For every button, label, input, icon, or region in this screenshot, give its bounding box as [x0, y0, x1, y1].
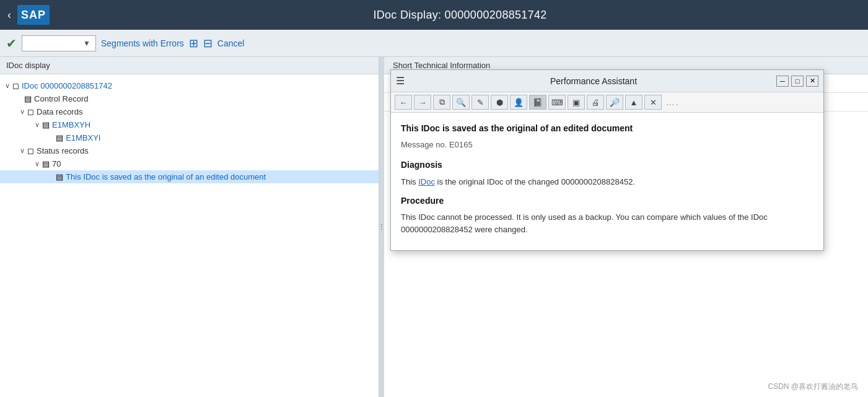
tree-item-status-message[interactable]: ▤ This IDoc is saved as the original of … — [0, 170, 379, 183]
menu-icon[interactable]: ☰ — [396, 75, 405, 87]
tree-view: ∨ ◻ IDoc 0000000208851742 ▤ Control Reco… — [0, 74, 379, 188]
diagnosis-title: Diagnosis — [401, 158, 813, 172]
diagnosis-text: This IDoc is the original IDoc of the ch… — [401, 176, 813, 188]
right-panel: Short Technical Information Direction 2 … — [384, 57, 868, 397]
doc-button[interactable]: 📓 — [529, 95, 546, 110]
document-icon: ▤ — [24, 94, 32, 103]
maximize-button[interactable]: □ — [791, 76, 804, 87]
keyboard-button[interactable]: ⌨ — [548, 95, 566, 110]
panel-splitter[interactable]: ︙ — [379, 57, 384, 397]
document-icon: ▤ — [42, 120, 50, 129]
dialog-overlay: ☰ Performance Assistant ─ □ ✕ ← → ⧉ 🔍 ✎ … — [384, 57, 868, 397]
forward-nav-button[interactable]: → — [414, 95, 431, 110]
dialog-message-no: Message no. E0165 — [401, 139, 813, 152]
grid2-button[interactable]: ▣ — [568, 95, 585, 110]
folder-icon: ◻ — [27, 146, 34, 155]
tree-toggle[interactable]: ∨ — [5, 82, 10, 90]
main-toolbar: ✔ ▼ Segments with Errors ⊞ ⊟ Cancel — [0, 30, 868, 57]
dialog-titlebar: ☰ Performance Assistant ─ □ ✕ — [391, 70, 823, 92]
edit-button[interactable]: ✎ — [471, 95, 489, 110]
procedure-text: This IDoc cannot be processed. It is onl… — [401, 211, 813, 235]
cancel-button[interactable]: Cancel — [217, 38, 245, 48]
tree-item-label[interactable]: E1MBXYH — [52, 120, 90, 129]
sap-logo: SAP — [17, 5, 50, 25]
print-button[interactable]: 🖨 — [587, 95, 604, 110]
tree-item-e1mbxyh[interactable]: ∨ ▤ E1MBXYH — [0, 118, 379, 131]
tree-item-status-records[interactable]: ∨ ◻ Status records — [0, 144, 379, 157]
tree-toggle — [20, 95, 22, 103]
sap-logo-text: SAP — [21, 9, 46, 22]
tree-toggle — [50, 134, 53, 142]
performance-assistant-dialog: ☰ Performance Assistant ─ □ ✕ ← → ⧉ 🔍 ✎ … — [390, 69, 824, 251]
left-panel-header: IDoc display — [0, 57, 379, 74]
tree-item-label[interactable]: IDoc 0000000208851742 — [22, 81, 112, 90]
page-title: IDoc Display: 0000000208851742 — [59, 9, 861, 22]
minimize-button[interactable]: ─ — [776, 76, 789, 87]
chevron-down-icon: ▼ — [83, 39, 90, 48]
folder-icon: ◻ — [27, 107, 34, 116]
tree-toggle — [50, 173, 53, 181]
app-header: ‹ SAP IDoc Display: 0000000208851742 — [0, 0, 868, 30]
main-content: IDoc display ∨ ◻ IDoc 0000000208851742 ▤… — [0, 57, 868, 397]
tree-item-e1mbxyi[interactable]: ▤ E1MBXYI — [0, 131, 379, 144]
tree-item-data-records[interactable]: ∨ ◻ Data records — [0, 105, 379, 118]
tree-item-idoc-root[interactable]: ∨ ◻ IDoc 0000000208851742 — [0, 79, 379, 92]
tree-toggle[interactable]: ∨ — [20, 147, 25, 155]
tree-item-label: Control Record — [34, 94, 88, 103]
dialog-controls: ─ □ ✕ — [776, 76, 818, 87]
tree-item-label: Status records — [37, 146, 89, 155]
bookmark-button[interactable]: ⬢ — [491, 95, 508, 110]
tree-toggle[interactable]: ∨ — [35, 160, 40, 168]
flag-button[interactable]: ▲ — [625, 95, 642, 110]
tree-item-control-record[interactable]: ▤ Control Record — [0, 92, 379, 105]
idoc-link-1[interactable]: IDoc — [418, 177, 435, 186]
dialog-toolbar: ← → ⧉ 🔍 ✎ ⬢ 👤 📓 ⌨ ▣ 🖨 🔎 ▲ ✕ …. — [391, 92, 823, 113]
dialog-title: Performance Assistant — [411, 76, 776, 86]
close2-button[interactable]: ✕ — [644, 95, 662, 110]
tree-item-label[interactable]: E1MBXYI — [66, 133, 100, 142]
tree-item-label: 70 — [52, 159, 61, 168]
user-button[interactable]: 👤 — [510, 95, 527, 110]
grid-icon[interactable]: ⊞ — [189, 37, 198, 50]
dropdown-select[interactable]: ▼ — [22, 35, 96, 51]
copy-button[interactable]: ⧉ — [433, 95, 450, 110]
left-panel: IDoc display ∨ ◻ IDoc 0000000208851742 ▤… — [0, 57, 379, 397]
back-button[interactable]: ‹ — [7, 9, 11, 22]
tree-item-label[interactable]: This IDoc is saved as the original of an… — [66, 172, 266, 181]
dialog-main-title: This IDoc is saved as the original of an… — [401, 121, 813, 135]
tree-item-label: Data records — [37, 107, 82, 116]
document-icon: ▤ — [56, 133, 63, 142]
tree-item-status-70[interactable]: ∨ ▤ 70 — [0, 157, 379, 170]
folder-icon: ◻ — [12, 81, 19, 90]
dialog-content: This IDoc is saved as the original of an… — [391, 113, 823, 250]
list-icon[interactable]: ⊟ — [203, 37, 213, 50]
close-button[interactable]: ✕ — [806, 76, 818, 87]
more-options-dots[interactable]: …. — [666, 97, 680, 107]
zoom-button[interactable]: 🔎 — [606, 95, 623, 110]
search-button[interactable]: 🔍 — [452, 95, 470, 110]
back-nav-button[interactable]: ← — [395, 95, 412, 110]
document-icon: ▤ — [56, 172, 63, 181]
document-icon: ▤ — [42, 159, 50, 168]
check-button[interactable]: ✔ — [6, 36, 17, 51]
procedure-title: Procedure — [401, 194, 813, 207]
tree-toggle[interactable]: ∨ — [20, 108, 25, 116]
segments-errors-link[interactable]: Segments with Errors — [101, 38, 184, 48]
tree-toggle[interactable]: ∨ — [35, 121, 40, 129]
